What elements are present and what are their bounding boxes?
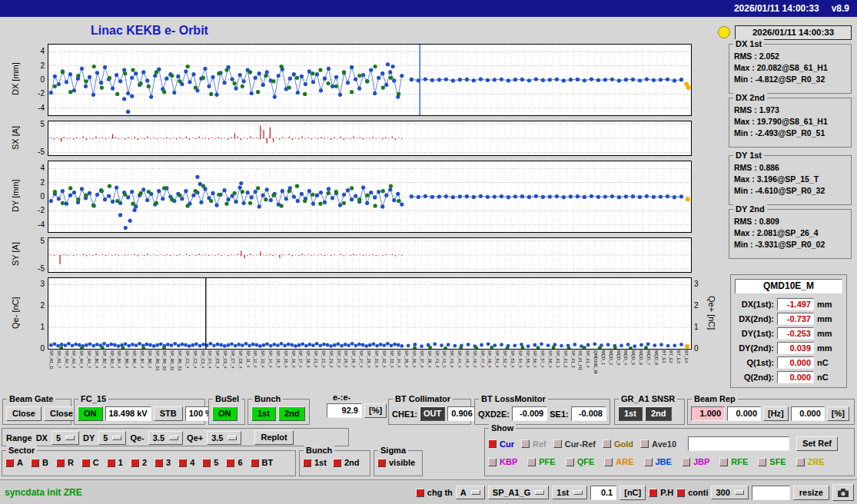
busel-on-button[interactable]: ON: [212, 406, 238, 421]
checkbox[interactable]: [603, 439, 611, 448]
bunch-dropdown[interactable]: 1st: [552, 486, 587, 499]
stat-label: RMS :: [734, 105, 757, 114]
checkbox[interactable]: [682, 458, 690, 466]
show-check-jbp[interactable]: JBP: [682, 457, 709, 466]
x-tick-label: SP_61_4: [586, 350, 590, 368]
checkbox[interactable]: [154, 459, 163, 467]
show-check-qfe[interactable]: QFE: [566, 457, 595, 466]
screenshot-button[interactable]: [832, 484, 854, 501]
checkbox[interactable]: [566, 458, 574, 466]
checkbox[interactable]: [416, 489, 424, 497]
x-tick-label: BT_E1: [662, 350, 666, 363]
sector-check-5[interactable]: 5: [202, 458, 218, 467]
show-check-kbp[interactable]: KBP: [488, 457, 517, 466]
sector-check-4[interactable]: 4: [178, 458, 194, 467]
checkbox[interactable]: [527, 458, 536, 466]
bunch-check-2nd[interactable]: 2nd: [333, 458, 360, 467]
range-qep-dropdown[interactable]: 3.5: [207, 431, 241, 445]
checkbox[interactable]: [676, 489, 685, 497]
checkbox[interactable]: [333, 459, 341, 467]
range-qem-dropdown[interactable]: 3.5: [148, 431, 183, 445]
bpm-dropdown[interactable]: SP_A1_G: [488, 486, 550, 499]
checkbox[interactable]: [644, 458, 653, 466]
sector-dropdown[interactable]: A: [456, 486, 485, 499]
checkbox[interactable]: [719, 458, 728, 466]
sector-check-2[interactable]: 2: [131, 458, 147, 467]
y-axis-label-qe: Qe- [nC]: [11, 277, 20, 348]
checkbox[interactable]: [226, 459, 234, 467]
x-tick-label: BT_E3: [676, 350, 681, 363]
fc15-on-button[interactable]: ON: [78, 406, 103, 421]
checkbox[interactable]: [178, 459, 187, 467]
show-check-sfe[interactable]: SFE: [758, 457, 786, 466]
show-check-are[interactable]: ARE: [604, 457, 633, 466]
show-check-cur-ref[interactable]: Cur-Ref: [553, 439, 596, 449]
range-dx-dropdown[interactable]: 5: [51, 431, 79, 445]
dropdown-handle-icon: [535, 490, 544, 495]
status-text-input[interactable]: [752, 486, 790, 500]
ref-name-input[interactable]: [688, 436, 789, 451]
checkbox-label: 2: [142, 458, 147, 467]
gr-1st-button[interactable]: 1st: [618, 406, 643, 421]
sector-check-b[interactable]: B: [31, 458, 48, 467]
bunch-check-1st[interactable]: 1st: [303, 458, 327, 467]
bunch-1st-button[interactable]: 1st: [251, 406, 276, 421]
checkbox[interactable]: [5, 459, 14, 467]
stat-label: Max :: [734, 63, 755, 72]
checkbox[interactable]: [640, 439, 649, 448]
show-check-rfe[interactable]: RFE: [719, 457, 748, 466]
interval-dropdown[interactable]: 300: [711, 486, 748, 499]
chg-th-toggle[interactable]: chg th: [416, 488, 453, 497]
checkbox[interactable]: [521, 439, 530, 448]
conti-toggle[interactable]: conti: [676, 488, 708, 497]
stat-value: 19.790@S8_61_H1: [757, 117, 828, 126]
show-check-pfe[interactable]: PFE: [527, 457, 555, 466]
che1-state[interactable]: OUT: [420, 406, 445, 421]
sector-check-6[interactable]: 6: [226, 458, 242, 467]
checkbox[interactable]: [604, 458, 613, 466]
checkbox[interactable]: [649, 489, 657, 497]
checkbox[interactable]: [31, 459, 39, 467]
set-ref-button[interactable]: Set Ref: [796, 436, 838, 451]
checkbox[interactable]: [377, 459, 386, 467]
ph-toggle[interactable]: P.H: [649, 488, 673, 497]
show-check-ave10[interactable]: Ave10: [640, 439, 676, 449]
sector-check-c[interactable]: C: [81, 458, 99, 467]
sector-check-3[interactable]: 3: [154, 458, 171, 467]
checkbox[interactable]: [758, 458, 766, 466]
x-tick-label: SP_36_4: [412, 350, 417, 368]
checkbox[interactable]: [553, 439, 562, 448]
sector-check-1[interactable]: 1: [107, 458, 123, 467]
checkbox[interactable]: [303, 459, 311, 467]
show-check-zre[interactable]: ZRE: [796, 457, 825, 466]
gr-2nd-button[interactable]: 2nd: [645, 406, 673, 421]
checkbox[interactable]: [56, 459, 65, 467]
show-check-cur[interactable]: Cur: [488, 439, 514, 449]
checkbox-label: QFE: [577, 457, 595, 466]
replot-button[interactable]: Replot: [254, 430, 293, 445]
checkbox[interactable]: [796, 458, 805, 466]
checkbox[interactable]: [488, 439, 497, 448]
show-check-jbe[interactable]: JBE: [644, 457, 672, 466]
checkbox[interactable]: [107, 459, 115, 467]
checkbox[interactable]: [131, 459, 139, 467]
checkbox[interactable]: [81, 459, 90, 467]
sector-check-a[interactable]: A: [5, 458, 23, 467]
sector-check-bt[interactable]: BT: [251, 458, 274, 467]
show-check-gold[interactable]: Gold: [603, 439, 633, 449]
y-tick-label: 4: [26, 164, 45, 172]
bunch-2nd-button[interactable]: 2nd: [278, 406, 306, 421]
checkbox[interactable]: [251, 459, 259, 467]
x-tick-label: SP_B8_4: [148, 350, 152, 368]
resize-button[interactable]: resize: [793, 486, 829, 500]
range-dy-dropdown[interactable]: 5: [98, 431, 126, 445]
show-check-ref[interactable]: Ref: [521, 439, 546, 449]
checkbox[interactable]: [488, 458, 497, 466]
x-tick-label: SP_51_4: [495, 350, 500, 368]
beam-gate-close-button-1[interactable]: Close: [6, 406, 42, 421]
sector-check-r[interactable]: R: [56, 458, 74, 467]
fc15-stb-button[interactable]: STB: [154, 406, 183, 421]
sigma-check-visible[interactable]: visible: [377, 458, 415, 467]
checkbox[interactable]: [202, 459, 211, 467]
stats-dy-1st: DY 1st RMS : 0.886 Max : 3.196@SP_15_T M…: [729, 155, 852, 205]
